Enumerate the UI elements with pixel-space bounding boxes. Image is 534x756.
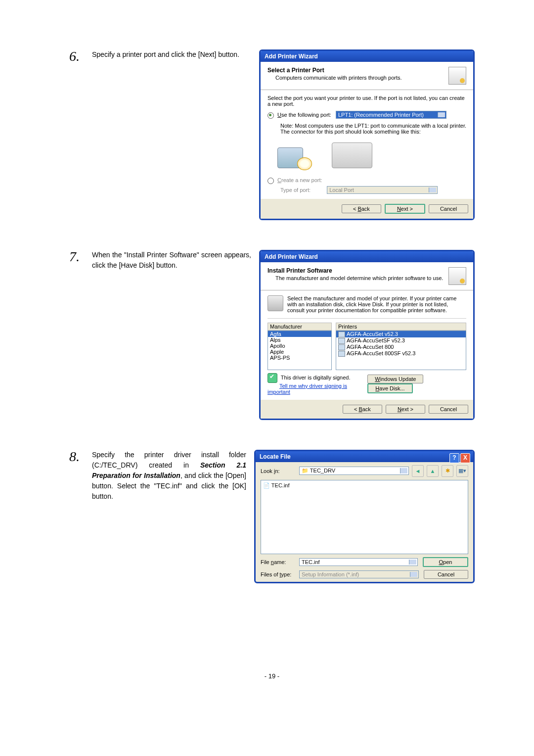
add-printer-wizard-port: Add Printer Wizard Select a Printer Port… bbox=[259, 49, 475, 220]
list-item[interactable]: Alps bbox=[268, 337, 331, 343]
wizard-heading: Install Printer Software bbox=[267, 267, 443, 274]
next-button[interactable]: Next > bbox=[386, 405, 425, 414]
list-item[interactable]: APS-PS bbox=[268, 355, 331, 361]
close-icon[interactable]: X bbox=[460, 453, 470, 463]
step-number: 6. bbox=[69, 49, 84, 63]
use-following-port-label: Use the following port: bbox=[277, 112, 331, 118]
type-of-port-select: Local Port bbox=[327, 186, 438, 194]
wizard-subheading: The manufacturer and model determine whi… bbox=[275, 275, 443, 281]
manufacturer-header: Manufacturer bbox=[267, 323, 332, 331]
locate-file-dialog: Locate File ? X Look in: 📁 TEC_DRV ◄ ▲ ✱… bbox=[254, 450, 475, 583]
signed-badge-icon bbox=[267, 373, 277, 383]
use-following-port-radio[interactable] bbox=[267, 112, 274, 119]
signed-text: This driver is digitally signed. bbox=[281, 375, 351, 380]
dialog-title: Add Printer Wizard bbox=[261, 251, 473, 262]
file-name-input[interactable]: TEC.inf bbox=[299, 558, 418, 566]
printer-icon bbox=[338, 338, 345, 344]
add-printer-wizard-software: Add Printer Wizard Install Printer Softw… bbox=[259, 250, 475, 420]
help-icon[interactable]: ? bbox=[449, 453, 459, 463]
file-name-label: File name: bbox=[261, 559, 296, 565]
list-item[interactable]: Agfa bbox=[268, 331, 331, 337]
step-text: Specify a printer port and click the [Ne… bbox=[92, 49, 251, 60]
tip-text: Select the manufacturer and model of you… bbox=[287, 295, 466, 313]
list-item[interactable]: AGFA-AccuSet v52.3 bbox=[336, 331, 466, 337]
create-new-port-label: Create a new port: bbox=[277, 177, 322, 183]
manufacturer-list[interactable]: Agfa Alps Apollo Apple APS-PS bbox=[267, 331, 332, 370]
open-button[interactable]: Open bbox=[423, 557, 468, 567]
step-text: When the "Install Printer Software" scre… bbox=[92, 250, 251, 271]
port-note: Note: Most computers use the LPT1: port … bbox=[280, 123, 466, 135]
printers-header: Printers bbox=[336, 323, 466, 331]
look-in-select[interactable]: 📁 TEC_DRV bbox=[299, 467, 409, 475]
dialog-title: Locate File bbox=[256, 451, 473, 462]
step-text: Specify the printer driver install folde… bbox=[92, 450, 246, 502]
step-number: 8. bbox=[69, 450, 84, 464]
type-of-port-label: Type of port: bbox=[280, 187, 311, 193]
have-disk-button[interactable]: Have Disk... bbox=[367, 383, 412, 393]
file-list[interactable]: 📄 TEC.inf bbox=[261, 480, 468, 554]
wizard-subheading: Computers communicate with printers thro… bbox=[275, 75, 402, 81]
new-folder-icon[interactable]: ✱ bbox=[442, 465, 453, 477]
dialog-title: Add Printer Wizard bbox=[261, 51, 473, 62]
back-button[interactable]: < Back bbox=[342, 204, 381, 213]
file-item[interactable]: 📄 TEC.inf bbox=[263, 482, 466, 489]
file-type-label: Files of type: bbox=[261, 571, 296, 577]
views-icon[interactable]: ▦▾ bbox=[456, 465, 468, 477]
back-icon[interactable]: ◄ bbox=[412, 465, 424, 477]
intro-text: Select the port you want your printer to… bbox=[267, 95, 466, 107]
file-type-select: Setup Information (*.inf) bbox=[299, 570, 419, 578]
back-button[interactable]: < Back bbox=[343, 405, 382, 414]
cancel-button[interactable]: Cancel bbox=[424, 570, 468, 579]
printers-list[interactable]: AGFA-AccuSet v52.3 AGFA-AccuSetSF v52.3 … bbox=[336, 331, 466, 370]
printer-icon bbox=[338, 351, 345, 357]
up-icon[interactable]: ▲ bbox=[427, 465, 439, 477]
list-item[interactable]: Apple bbox=[268, 349, 331, 355]
printer-header-icon bbox=[448, 267, 466, 285]
cancel-button[interactable]: Cancel bbox=[429, 405, 468, 414]
signing-info-link[interactable]: Tell me why driver signing is important bbox=[267, 383, 347, 395]
list-item[interactable]: AGFA-AccuSet 800SF v52.3 bbox=[336, 350, 466, 357]
list-item[interactable]: AGFA-AccuSet 800 bbox=[336, 344, 466, 350]
wizard-heading: Select a Printer Port bbox=[267, 67, 402, 74]
list-item[interactable]: Apollo bbox=[268, 343, 331, 349]
next-button[interactable]: Next > bbox=[385, 204, 425, 214]
printer-icon bbox=[338, 344, 345, 350]
cancel-button[interactable]: Cancel bbox=[429, 204, 468, 213]
step-number: 7. bbox=[69, 250, 84, 264]
windows-update-button[interactable]: Windows Update bbox=[367, 375, 423, 383]
port-illustration bbox=[277, 138, 466, 172]
create-new-port-radio[interactable] bbox=[267, 178, 274, 184]
disk-icon bbox=[267, 295, 283, 311]
printer-icon bbox=[338, 331, 345, 337]
port-select[interactable]: LPT1: (Recommended Printer Port) bbox=[336, 111, 446, 119]
page-number: - 19 - bbox=[69, 672, 475, 680]
look-in-label: Look in: bbox=[261, 468, 296, 474]
list-item[interactable]: AGFA-AccuSetSF v52.3 bbox=[336, 337, 466, 344]
printer-header-icon bbox=[448, 67, 466, 85]
